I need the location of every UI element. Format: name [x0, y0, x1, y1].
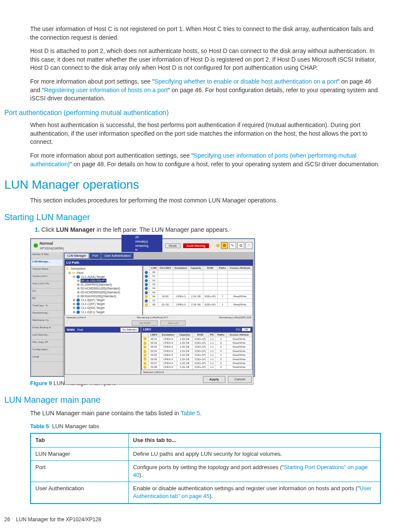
paragraph: The user information of Host C is not re…: [30, 25, 381, 42]
table-lun-manager-tabs: Tab Use this tab to... LUN Manager Defin…: [30, 433, 381, 504]
col-use: Use this tab to...: [128, 433, 380, 447]
link-register-user-info[interactable]: Registering user information of hosts on…: [44, 87, 168, 93]
selected-luns: Selected LUNs:0: [66, 316, 86, 319]
del-wwn-button[interactable]: Del WWN: [132, 320, 158, 326]
audit-warning: Audit:Warning: [183, 243, 209, 249]
paragraph: Host D is attached to port 2, which does…: [30, 47, 381, 72]
cancel-button[interactable]: Cancel: [228, 376, 252, 383]
sidebar-item[interactable]: Auto LUN / Pe..: [31, 281, 63, 289]
cell: Configure ports by setting the topology …: [128, 460, 380, 482]
sidebar-item[interactable]: Mainframe Co.: [31, 318, 63, 325]
apply-button[interactable]: Apply: [203, 376, 225, 383]
cell: Enable or disable authentication setting…: [128, 482, 380, 504]
paragraph: This section includes procedures for per…: [30, 196, 381, 205]
page-footer: 26 LUN Manager for the XP1024/XP128: [4, 516, 381, 523]
tab-bar: LUN ManagerPortUser Authentication: [64, 253, 253, 259]
paragraph: When host authentication is successful, …: [30, 121, 381, 146]
sidebar-item[interactable]: LUN Security...: [31, 333, 63, 340]
tree-pane[interactable]: 📁 Subsystem⊟ 📁 Fibre⊟ 🔵 CL1-A(AA) Target…: [65, 265, 143, 315]
cell: Port: [31, 460, 128, 482]
heading-port-auth: Port authentication (performing mutual a…: [4, 108, 381, 118]
sidebar-item[interactable]: CA: [31, 289, 63, 296]
col-tab: Tab: [31, 433, 128, 447]
toolbar-icon[interactable]: □: [246, 242, 252, 249]
lu-table[interactable]: LUNCU:LDEVEmulationCapacityRAIDPathsAcce…: [143, 265, 253, 315]
sidebar-item[interactable]: Identity & Stat..: [31, 252, 63, 259]
toolbar-icon[interactable]: ⚙: [221, 242, 228, 249]
paragraph: For more information about port authenti…: [30, 152, 381, 168]
panel-header-lupath: LU Path: [65, 260, 253, 265]
cell: Define LU paths and apply LUN security f…: [128, 447, 380, 460]
sidebar-item[interactable]: Direct Backup E: [31, 325, 63, 333]
sidebar-item[interactable]: BC: [31, 296, 63, 303]
remaining-luns-port: Remaining LUNs(Port):477: [137, 316, 168, 319]
status-icon: [34, 243, 38, 248]
tab[interactable]: User Authentication: [101, 253, 134, 259]
sidebar: Identity & Stat..LUN Manage...Volume Man…: [31, 252, 63, 376]
figure-screenshot: Normal XP1024(10056) 29 minute(s) remain…: [30, 238, 255, 377]
status-text: Normal: [40, 241, 64, 246]
sidebar-item[interactable]: Volume Mana..: [31, 267, 63, 274]
heading-lun-manager-main-pane: LUN Manager main pane: [4, 394, 381, 406]
remaining-luns-grp: Remaining LUNs(GRP):233: [219, 316, 251, 319]
sidebar-item[interactable]: ShadowImag...: [31, 311, 63, 318]
toolbar-icon[interactable]: ⧉: [237, 242, 244, 249]
heading-lun-manager-operations: LUN Manager operations: [4, 176, 381, 193]
step-1: Click LUN Manager in the left pane. The …: [41, 226, 381, 234]
sidebar-item[interactable]: Install: [31, 355, 63, 362]
ldev-table[interactable]: LDEVEmulationCapacityRAIDPGPathsAccess A…: [141, 332, 252, 370]
cell: User Authentication: [31, 482, 128, 504]
tab[interactable]: LUN Manager: [64, 253, 89, 259]
link-enable-disable-host-auth[interactable]: Specifying whether to enable or disable …: [154, 78, 337, 85]
ldev-title: LDEV: [143, 327, 151, 332]
toolbar-icon[interactable]: ✎: [229, 242, 236, 249]
add-lun-button[interactable]: Add LUN: [160, 320, 185, 326]
ui-term: LUN Manager: [56, 226, 95, 233]
cu-select[interactable]: 00: [242, 328, 251, 331]
table-caption: Table 5 LUN Manager tabs: [30, 423, 381, 430]
sidebar-item[interactable]: Cache LUN f...: [31, 274, 63, 281]
paragraph: For more information about port settings…: [30, 78, 381, 103]
link-table5[interactable]: Table 5: [181, 410, 200, 417]
sidebar-item[interactable]: TrueCopy - S..: [31, 303, 63, 311]
selected-ldevs: Selected LDEVs:0: [143, 370, 164, 374]
status-dot-icon: [216, 244, 220, 247]
cell: LUN Manager: [31, 447, 128, 460]
paragraph: The LUN Manager main pane contains the t…: [30, 409, 381, 418]
sidebar-item[interactable]: LUN Manage...: [31, 259, 63, 267]
reset-button[interactable]: Reset: [165, 243, 181, 249]
wwn-title: WWN: [67, 328, 75, 331]
sidebar-item[interactable]: Configuration...: [31, 347, 63, 355]
sidebar-item[interactable]: Flex Copy XP: [31, 340, 63, 347]
product-id: XP1024(10056): [40, 246, 64, 251]
wwn-port-select[interactable]: No Selected: [120, 327, 139, 332]
heading-starting-lun-manager: Starting LUN Manager: [4, 211, 381, 223]
tab[interactable]: Port: [90, 253, 101, 259]
